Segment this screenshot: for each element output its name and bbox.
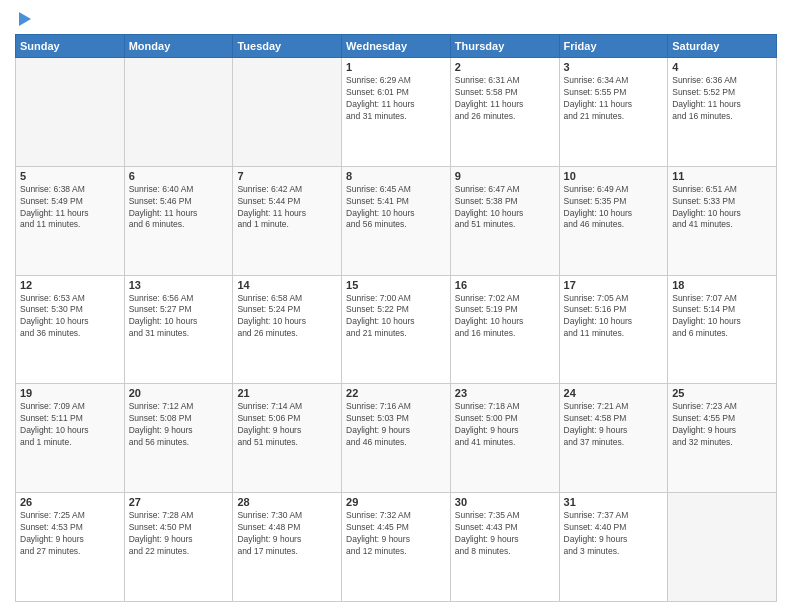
day-info: Sunrise: 6:31 AM Sunset: 5:58 PM Dayligh…	[455, 75, 555, 123]
calendar-cell: 14Sunrise: 6:58 AM Sunset: 5:24 PM Dayli…	[233, 275, 342, 384]
day-number: 28	[237, 496, 337, 508]
day-info: Sunrise: 7:30 AM Sunset: 4:48 PM Dayligh…	[237, 510, 337, 558]
day-number: 4	[672, 61, 772, 73]
day-number: 7	[237, 170, 337, 182]
calendar-cell: 27Sunrise: 7:28 AM Sunset: 4:50 PM Dayli…	[124, 493, 233, 602]
calendar-week-4: 19Sunrise: 7:09 AM Sunset: 5:11 PM Dayli…	[16, 384, 777, 493]
day-number: 14	[237, 279, 337, 291]
day-number: 12	[20, 279, 120, 291]
day-number: 3	[564, 61, 664, 73]
day-number: 19	[20, 387, 120, 399]
day-info: Sunrise: 7:25 AM Sunset: 4:53 PM Dayligh…	[20, 510, 120, 558]
calendar-cell: 5Sunrise: 6:38 AM Sunset: 5:49 PM Daylig…	[16, 166, 125, 275]
day-info: Sunrise: 6:51 AM Sunset: 5:33 PM Dayligh…	[672, 184, 772, 232]
day-number: 2	[455, 61, 555, 73]
day-number: 23	[455, 387, 555, 399]
calendar-cell: 4Sunrise: 6:36 AM Sunset: 5:52 PM Daylig…	[668, 58, 777, 167]
header	[15, 10, 777, 26]
weekday-header-sunday: Sunday	[16, 35, 125, 58]
day-info: Sunrise: 6:58 AM Sunset: 5:24 PM Dayligh…	[237, 293, 337, 341]
day-number: 5	[20, 170, 120, 182]
calendar-cell: 29Sunrise: 7:32 AM Sunset: 4:45 PM Dayli…	[342, 493, 451, 602]
calendar-cell: 20Sunrise: 7:12 AM Sunset: 5:08 PM Dayli…	[124, 384, 233, 493]
calendar-week-5: 26Sunrise: 7:25 AM Sunset: 4:53 PM Dayli…	[16, 493, 777, 602]
day-info: Sunrise: 6:56 AM Sunset: 5:27 PM Dayligh…	[129, 293, 229, 341]
day-number: 1	[346, 61, 446, 73]
weekday-header-row: SundayMondayTuesdayWednesdayThursdayFrid…	[16, 35, 777, 58]
calendar-week-2: 5Sunrise: 6:38 AM Sunset: 5:49 PM Daylig…	[16, 166, 777, 275]
day-info: Sunrise: 6:42 AM Sunset: 5:44 PM Dayligh…	[237, 184, 337, 232]
calendar-cell: 1Sunrise: 6:29 AM Sunset: 6:01 PM Daylig…	[342, 58, 451, 167]
day-info: Sunrise: 7:35 AM Sunset: 4:43 PM Dayligh…	[455, 510, 555, 558]
day-number: 27	[129, 496, 229, 508]
calendar-cell: 13Sunrise: 6:56 AM Sunset: 5:27 PM Dayli…	[124, 275, 233, 384]
day-info: Sunrise: 7:14 AM Sunset: 5:06 PM Dayligh…	[237, 401, 337, 449]
day-number: 15	[346, 279, 446, 291]
day-info: Sunrise: 6:40 AM Sunset: 5:46 PM Dayligh…	[129, 184, 229, 232]
day-info: Sunrise: 6:36 AM Sunset: 5:52 PM Dayligh…	[672, 75, 772, 123]
day-info: Sunrise: 7:12 AM Sunset: 5:08 PM Dayligh…	[129, 401, 229, 449]
logo	[15, 10, 33, 26]
calendar-cell: 17Sunrise: 7:05 AM Sunset: 5:16 PM Dayli…	[559, 275, 668, 384]
calendar-week-3: 12Sunrise: 6:53 AM Sunset: 5:30 PM Dayli…	[16, 275, 777, 384]
calendar-table: SundayMondayTuesdayWednesdayThursdayFrid…	[15, 34, 777, 602]
day-number: 21	[237, 387, 337, 399]
day-number: 24	[564, 387, 664, 399]
day-info: Sunrise: 7:02 AM Sunset: 5:19 PM Dayligh…	[455, 293, 555, 341]
weekday-header-saturday: Saturday	[668, 35, 777, 58]
calendar-cell: 3Sunrise: 6:34 AM Sunset: 5:55 PM Daylig…	[559, 58, 668, 167]
day-number: 13	[129, 279, 229, 291]
day-number: 10	[564, 170, 664, 182]
calendar-week-1: 1Sunrise: 6:29 AM Sunset: 6:01 PM Daylig…	[16, 58, 777, 167]
day-info: Sunrise: 7:00 AM Sunset: 5:22 PM Dayligh…	[346, 293, 446, 341]
calendar-body: 1Sunrise: 6:29 AM Sunset: 6:01 PM Daylig…	[16, 58, 777, 602]
day-number: 30	[455, 496, 555, 508]
day-info: Sunrise: 7:21 AM Sunset: 4:58 PM Dayligh…	[564, 401, 664, 449]
day-info: Sunrise: 7:37 AM Sunset: 4:40 PM Dayligh…	[564, 510, 664, 558]
calendar-cell: 12Sunrise: 6:53 AM Sunset: 5:30 PM Dayli…	[16, 275, 125, 384]
day-number: 20	[129, 387, 229, 399]
calendar-cell: 30Sunrise: 7:35 AM Sunset: 4:43 PM Dayli…	[450, 493, 559, 602]
day-info: Sunrise: 7:07 AM Sunset: 5:14 PM Dayligh…	[672, 293, 772, 341]
day-info: Sunrise: 7:23 AM Sunset: 4:55 PM Dayligh…	[672, 401, 772, 449]
calendar-cell: 26Sunrise: 7:25 AM Sunset: 4:53 PM Dayli…	[16, 493, 125, 602]
day-number: 22	[346, 387, 446, 399]
day-info: Sunrise: 7:28 AM Sunset: 4:50 PM Dayligh…	[129, 510, 229, 558]
day-number: 18	[672, 279, 772, 291]
calendar-cell: 25Sunrise: 7:23 AM Sunset: 4:55 PM Dayli…	[668, 384, 777, 493]
calendar-cell: 16Sunrise: 7:02 AM Sunset: 5:19 PM Dayli…	[450, 275, 559, 384]
day-number: 8	[346, 170, 446, 182]
calendar-page: SundayMondayTuesdayWednesdayThursdayFrid…	[0, 0, 792, 612]
day-number: 6	[129, 170, 229, 182]
day-number: 31	[564, 496, 664, 508]
calendar-cell: 31Sunrise: 7:37 AM Sunset: 4:40 PM Dayli…	[559, 493, 668, 602]
calendar-cell: 23Sunrise: 7:18 AM Sunset: 5:00 PM Dayli…	[450, 384, 559, 493]
calendar-cell: 15Sunrise: 7:00 AM Sunset: 5:22 PM Dayli…	[342, 275, 451, 384]
calendar-cell: 21Sunrise: 7:14 AM Sunset: 5:06 PM Dayli…	[233, 384, 342, 493]
day-info: Sunrise: 6:45 AM Sunset: 5:41 PM Dayligh…	[346, 184, 446, 232]
calendar-cell: 8Sunrise: 6:45 AM Sunset: 5:41 PM Daylig…	[342, 166, 451, 275]
svg-marker-0	[19, 12, 31, 26]
calendar-cell	[233, 58, 342, 167]
calendar-cell	[16, 58, 125, 167]
day-number: 9	[455, 170, 555, 182]
weekday-header-wednesday: Wednesday	[342, 35, 451, 58]
day-info: Sunrise: 7:05 AM Sunset: 5:16 PM Dayligh…	[564, 293, 664, 341]
day-info: Sunrise: 6:53 AM Sunset: 5:30 PM Dayligh…	[20, 293, 120, 341]
calendar-cell: 9Sunrise: 6:47 AM Sunset: 5:38 PM Daylig…	[450, 166, 559, 275]
day-number: 11	[672, 170, 772, 182]
weekday-header-tuesday: Tuesday	[233, 35, 342, 58]
day-info: Sunrise: 6:29 AM Sunset: 6:01 PM Dayligh…	[346, 75, 446, 123]
day-info: Sunrise: 6:49 AM Sunset: 5:35 PM Dayligh…	[564, 184, 664, 232]
weekday-header-friday: Friday	[559, 35, 668, 58]
calendar-cell: 22Sunrise: 7:16 AM Sunset: 5:03 PM Dayli…	[342, 384, 451, 493]
day-number: 29	[346, 496, 446, 508]
calendar-cell: 7Sunrise: 6:42 AM Sunset: 5:44 PM Daylig…	[233, 166, 342, 275]
day-info: Sunrise: 7:32 AM Sunset: 4:45 PM Dayligh…	[346, 510, 446, 558]
day-info: Sunrise: 7:16 AM Sunset: 5:03 PM Dayligh…	[346, 401, 446, 449]
weekday-header-thursday: Thursday	[450, 35, 559, 58]
calendar-cell: 2Sunrise: 6:31 AM Sunset: 5:58 PM Daylig…	[450, 58, 559, 167]
day-number: 17	[564, 279, 664, 291]
calendar-cell: 24Sunrise: 7:21 AM Sunset: 4:58 PM Dayli…	[559, 384, 668, 493]
weekday-header-monday: Monday	[124, 35, 233, 58]
